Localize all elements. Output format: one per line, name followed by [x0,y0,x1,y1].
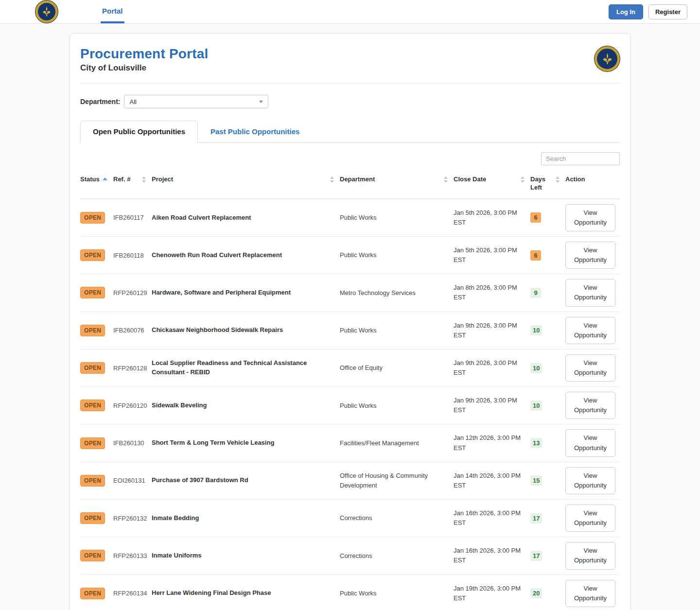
department-cell: Public Works [340,250,454,260]
project-cell: Inmate Bedding [152,514,340,523]
department-cell: Office of Equity [340,363,454,373]
close-date: Jan 9th 2026, 3:00 PM [454,322,517,329]
close-date: Jan 12th 2026, 3:00 PM [454,434,521,441]
close-date: Jan 14th 2026, 3:00 PM [454,472,521,479]
column-header-ref[interactable]: Ref. # [113,175,152,184]
register-button[interactable]: Register [648,4,687,19]
project-cell: Inmate Uniforms [152,551,340,560]
sort-icon [556,176,560,183]
tab-open-public-opportunities[interactable]: Open Public Opportunities [80,121,198,143]
project-cell: Local Supplier Readiness and Technical A… [152,359,340,377]
view-opportunity-button[interactable]: View Opportunity [565,242,615,269]
column-header-project[interactable]: Project [152,175,340,184]
close-tz: EST [454,518,524,528]
sort-icon [142,176,146,183]
table-row: OPEN IFB260076 Chickasaw Neighborhood Si… [80,312,620,349]
column-header-action: Action [565,175,620,184]
search-input[interactable] [541,152,620,165]
page-subtitle: City of Louisville [80,63,208,73]
project-cell: Herr Lane Widening Final Design Phase [152,589,340,598]
column-header-close-date[interactable]: Close Date [454,175,530,184]
table-row: OPEN RFP260134 Herr Lane Widening Final … [80,575,620,610]
close-tz: EST [454,293,524,302]
department-label: Department: [80,98,120,105]
nav-tab-portal[interactable]: Portal [101,0,124,23]
status-badge: OPEN [80,437,105,449]
view-opportunity-button[interactable]: View Opportunity [565,317,615,344]
column-label: Department [340,175,375,184]
status-badge: OPEN [80,249,105,261]
login-button[interactable]: Log In [609,4,643,19]
sort-icon [521,176,525,183]
days-left-badge: 10 [530,325,542,335]
column-label: Days Left [530,175,556,192]
column-label: Status [80,175,100,184]
ref-cell: RFP260128 [113,365,152,372]
department-cell: Public Works [340,589,454,598]
top-navbar: Portal Log In Register [0,0,700,24]
view-opportunity-button[interactable]: View Opportunity [565,204,615,231]
view-opportunity-button[interactable]: View Opportunity [565,580,615,607]
navbar-spacer [124,0,609,23]
close-date: Jan 8th 2026, 3:00 PM [454,284,517,291]
ref-cell: EOI260131 [113,477,152,484]
ref-cell: IFB260117 [113,214,152,221]
column-label: Project [152,175,173,184]
column-label: Close Date [454,175,486,184]
navbar-logo [0,0,58,23]
ref-cell: RFP260129 [113,289,152,296]
department-cell: Corrections [340,551,454,561]
view-opportunity-button[interactable]: View Opportunity [565,429,615,456]
ref-cell: IFB260118 [113,252,152,259]
ref-cell: RFP260120 [113,402,152,409]
department-filter-row: Department: All [80,95,620,108]
view-opportunity-button[interactable]: View Opportunity [565,392,615,419]
tab-past-public-opportunities[interactable]: Past Public Opportunities [198,121,312,142]
header-divider [80,83,620,84]
days-left-badge: 10 [530,401,542,411]
navbar-actions: Log In Register [609,0,700,23]
project-cell: Aiken Road Culvert Replacement [152,213,340,223]
column-header-days-left[interactable]: Days Left [530,175,565,192]
project-cell: Purchase of 3907 Bardstown Rd [152,476,340,485]
card-header: Procurement Portal City of Louisville [80,34,620,73]
view-opportunity-button[interactable]: View Opportunity [565,279,615,306]
status-badge: OPEN [80,325,105,336]
view-opportunity-button[interactable]: View Opportunity [565,467,615,494]
close-tz: EST [454,405,524,415]
opportunity-tabs: Open Public Opportunities Past Public Op… [80,121,620,143]
column-header-status[interactable]: Status [80,175,113,184]
view-opportunity-button[interactable]: View Opportunity [565,542,615,569]
department-cell: Public Works [340,213,454,223]
status-badge: OPEN [80,400,105,411]
fleur-de-lis-icon [601,52,614,66]
table-header-row: Status Ref. # Project Department Close D… [80,171,620,199]
close-tz: EST [454,593,524,603]
close-tz: EST [454,331,524,340]
view-opportunity-button[interactable]: View Opportunity [565,354,615,382]
status-badge: OPEN [80,475,105,487]
department-cell: Corrections [340,513,454,523]
close-date: Jan 16th 2026, 3:00 PM [454,547,521,554]
project-cell: Chickasaw Neighborhood Sidewalk Repairs [152,326,340,335]
department-select[interactable]: All [124,95,268,108]
department-cell: Metro Technology Services [340,288,454,298]
days-left-badge: 10 [530,363,542,373]
project-cell: Sidewalk Beveling [152,401,340,410]
days-left-badge: 6 [530,212,541,223]
sort-icon [444,176,448,183]
ref-cell: RFP260133 [113,552,152,559]
table-row: OPEN IFB260117 Aiken Road Culvert Replac… [80,199,620,237]
status-badge: OPEN [80,287,105,298]
close-tz: EST [454,368,524,378]
close-date: Jan 5th 2026, 3:00 PM [454,209,517,216]
card-header-titles: Procurement Portal City of Louisville [80,46,208,73]
column-header-department[interactable]: Department [340,175,454,184]
status-badge: OPEN [80,550,105,561]
close-date: Jan 19th 2026, 3:00 PM [454,585,521,592]
sort-asc-icon [103,177,107,180]
view-opportunity-button[interactable]: View Opportunity [565,505,615,532]
close-tz: EST [454,556,524,565]
table-row: OPEN IFB260130 Short Term & Long Term Ve… [80,424,620,462]
louisville-seal-logo [35,0,58,23]
